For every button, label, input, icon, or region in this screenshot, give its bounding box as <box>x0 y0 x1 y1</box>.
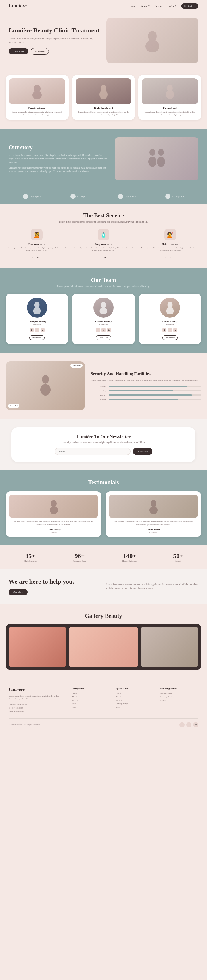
footer-nav-title: Navigation <box>72 687 110 690</box>
progress-facility-label: Facility <box>91 394 107 396</box>
team-role-2: Beautician <box>76 323 131 326</box>
social-in-2[interactable]: in <box>107 328 111 332</box>
hero-secondary-btn[interactable]: Get More <box>31 48 49 54</box>
social-tw-2[interactable]: t <box>102 328 105 332</box>
best-body-title: Body treatment <box>72 243 135 246</box>
hair-icon-box: 💇 <box>164 229 176 240</box>
footer-bottom: © 2025 Creatine – All Rights Reserved f … <box>9 718 198 727</box>
testimonial-2-person-icon <box>148 499 159 514</box>
footer-quick-link-4[interactable]: Privacy Policy <box>116 703 154 705</box>
footer-email: lumimail@lumiere <box>9 710 66 713</box>
footer-quick-link-5[interactable]: Work <box>116 706 154 708</box>
footer: Lumière Lorem ipsum dolor sit amet, cons… <box>0 678 207 732</box>
story-image-icon <box>145 146 168 172</box>
footer-logo: Lumière <box>9 687 66 692</box>
story-section: Our story Lorem ipsum dolor sit amet, co… <box>0 129 207 189</box>
body-icon-box: 🧴 <box>98 229 109 240</box>
progress-security-label: Security <box>91 385 107 388</box>
footer-quick-link-3[interactable]: Service <box>116 699 154 702</box>
best-service-item-hair: 💇 Hair treatment Lorem ipsum dolor sit a… <box>139 229 201 260</box>
footer-nav-link-3[interactable]: Service <box>72 699 110 702</box>
team-section: Our Team Lorem ipsum dolor sit amet, con… <box>0 268 207 353</box>
team-card-1: Lumique Beauty Beautician f t in Read Mo… <box>6 294 68 344</box>
svg-point-7 <box>166 90 174 99</box>
social-in-3[interactable]: in <box>174 328 177 332</box>
footer-social-fb[interactable]: f <box>179 722 185 727</box>
footer-quick-link-2[interactable]: About <box>116 696 154 698</box>
team-role-3: Beautician <box>143 323 197 326</box>
social-tw-1[interactable]: t <box>35 328 39 332</box>
service-card-consult: Consultant Lorem ipsum dolor sit amet, c… <box>138 75 201 120</box>
footer-social-icons: f t in <box>179 722 198 727</box>
hair-learn-more[interactable]: Learn More <box>165 257 175 259</box>
service-consult-title: Consultant <box>142 107 198 110</box>
svg-point-12 <box>35 302 40 308</box>
footer-quick-title: Quick Link <box>116 687 154 690</box>
nav-home[interactable]: Home <box>130 5 136 8</box>
stat-label-4: Awards <box>173 560 183 562</box>
stats-section: 35+ Clinic Branches 96+ Treatment Done 1… <box>0 546 207 569</box>
newsletter-box: Lumière To Our Newsletter Lorem ipsum do… <box>11 427 196 462</box>
social-fb-3[interactable]: f <box>162 328 166 332</box>
footer-nav-link-4[interactable]: Work <box>72 703 110 705</box>
best-service-items: 💆 Face treatment Lorem ipsum dolor sit a… <box>6 229 201 260</box>
footer-working-item-1: Monday-Friday <box>160 692 198 695</box>
nav-pages[interactable]: Pages ▾ <box>168 5 176 8</box>
team-avatar-2 <box>94 298 113 318</box>
newsletter-email-input[interactable] <box>55 448 131 455</box>
team-title: Our Team <box>6 277 201 283</box>
stat-label-2: Treatment Done <box>73 560 86 562</box>
body-learn-more[interactable]: Learn More <box>99 257 108 259</box>
testimonial-role-2: Customer <box>109 531 198 533</box>
progress-support: Support <box>91 398 201 401</box>
social-in-1[interactable]: in <box>41 328 45 332</box>
security-desc: Lorem ipsum dolor sit amet, consectetur … <box>91 379 201 382</box>
best-service-item-face: 💆 Face treatment Lorem ipsum dolor sit a… <box>6 229 68 260</box>
nav-service[interactable]: Service <box>155 5 163 8</box>
gallery-img-3 <box>140 627 198 667</box>
help-btn[interactable]: Our More <box>9 589 28 595</box>
hero-primary-btn[interactable]: Learn More <box>9 48 29 54</box>
footer-working-col: Working Hours Monday-Friday Saturday-Sun… <box>160 687 198 713</box>
gallery-section: Gallery Beauty <box>0 604 207 678</box>
nav-contact[interactable]: Contact Us <box>181 3 198 9</box>
team-subtitle: Lorem ipsum dolor sit amet, consectetur … <box>6 285 201 288</box>
progress-handling-fill <box>109 390 174 391</box>
newsletter-desc: Lorem ipsum dolor sit amet, consectetur … <box>20 441 187 444</box>
footer-nav-link-1[interactable]: Home <box>72 692 110 695</box>
newsletter-subscribe-btn[interactable]: Subscribe <box>133 448 152 455</box>
read-more-3[interactable]: Read More <box>162 336 178 340</box>
service-face-title: Face treatment <box>9 107 65 110</box>
read-more-1[interactable]: Read More <box>29 336 45 340</box>
nav-logo: Lumière <box>9 3 27 9</box>
footer-nav-link-2[interactable]: About <box>72 696 110 698</box>
testimonials-grid: Sit ulco amet. Amet discutient with righ… <box>6 492 201 537</box>
footer-social-tw[interactable]: t <box>186 722 191 727</box>
help-content: We are here to help you. Our More <box>9 578 100 595</box>
footer-top: Lumière Lorem ipsum dolor sit amet, cons… <box>9 687 198 713</box>
social-fb-1[interactable]: f <box>30 328 33 332</box>
stat-number-3: 140+ <box>123 552 137 560</box>
stat-2: 96+ Treatment Done <box>73 552 86 562</box>
best-service-subtitle: Lorem ipsum dolor sit amet, consectetur … <box>6 221 201 223</box>
svg-point-3 <box>32 91 42 99</box>
footer-quick-link-1[interactable]: Home <box>116 692 154 695</box>
stat-label-1: Clinic Branches <box>24 560 37 562</box>
logo-3: Logolpsum <box>118 194 136 199</box>
face-learn-more[interactable]: Learn More <box>32 257 41 259</box>
social-fb-2[interactable]: f <box>96 328 100 332</box>
footer-social-in[interactable]: in <box>193 722 198 727</box>
best-service-item-body: 🧴 Body treatment Lorem ipsum dolor sit a… <box>72 229 135 260</box>
svg-point-23 <box>50 506 58 514</box>
hero-image-placeholder-icon <box>141 29 164 52</box>
team-name-2: Coleria Beauty <box>76 320 131 323</box>
testimonial-role-1: Customer <box>9 531 98 533</box>
read-more-2[interactable]: Read More <box>96 336 111 340</box>
security-image: Consultant Specialist <box>6 361 85 410</box>
service-card-body: Body treatment Lorem ipsum dolor sit ame… <box>72 75 135 120</box>
footer-nav-link-5[interactable]: Pages <box>72 706 110 708</box>
logo-1-text: Logolpsum <box>30 195 41 198</box>
progress-handling-label: Handling <box>91 390 107 392</box>
nav-about[interactable]: About ▾ <box>141 5 150 8</box>
social-tw-3[interactable]: t <box>168 328 172 332</box>
